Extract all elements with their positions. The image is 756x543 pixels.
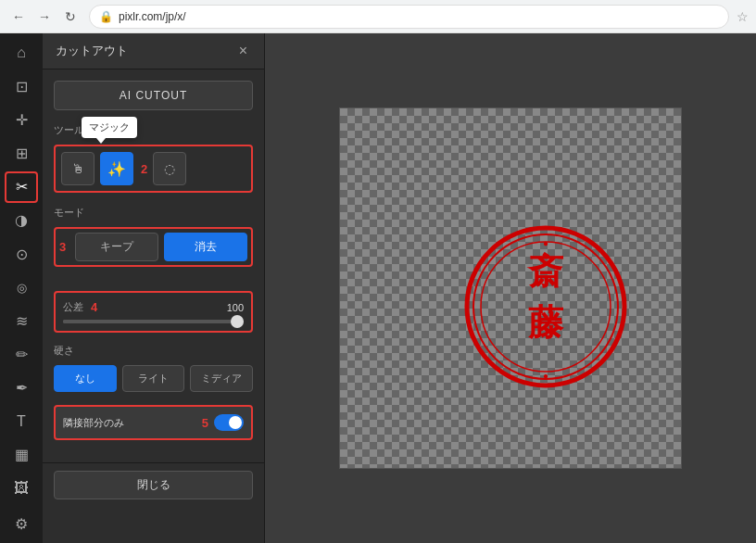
panel-title: カットアウト <box>56 43 128 59</box>
canvas-wrapper: 斎 藤 ● ● <box>339 107 682 469</box>
tool-number-2: 2 <box>141 162 147 176</box>
text-tool[interactable]: T <box>5 406 38 437</box>
adjacent-section: 隣接部分のみ 5 <box>54 405 253 440</box>
image-tool[interactable]: 🖼 <box>5 473 38 504</box>
mode-buttons-inner: 3 キープ 消去 <box>59 233 247 261</box>
mode-number-3: 3 <box>59 240 66 254</box>
tolerance-label: 公差 <box>63 300 83 314</box>
tolerance-slider-thumb[interactable] <box>231 315 244 328</box>
blur-tool[interactable]: ◎ <box>5 272 38 303</box>
hardness-label: 硬さ <box>54 344 253 358</box>
mode-section-label: モード <box>54 206 253 220</box>
move-tool[interactable]: ✛ <box>5 104 38 135</box>
stamp-image: 斎 藤 ● ● <box>458 214 634 399</box>
browser-chrome: ← → ↻ 🔒 pixlr.com/jp/x/ ☆ <box>0 0 756 33</box>
lasso-tool[interactable]: ◌ <box>153 152 186 185</box>
settings-tool[interactable]: ⚙ <box>5 508 38 539</box>
bookmark-icon: ☆ <box>737 9 749 24</box>
filter-tool[interactable]: ⊙ <box>5 238 38 270</box>
delete-mode-button[interactable]: 消去 <box>164 233 247 261</box>
hardness-none-button[interactable]: なし <box>54 365 117 392</box>
app-container: ⌂ ⊡ ✛ ⊞ ✂ ◑ ⊙ ◎ ≋ ✏ ✒ T ▦ 🖼 ⚙ カットアウト × A… <box>0 33 756 543</box>
adjust-tool[interactable]: ◑ <box>5 205 38 236</box>
home-tool[interactable]: ⌂ <box>5 37 38 69</box>
crop-tool[interactable]: ⊞ <box>5 137 38 169</box>
stamp-tool[interactable]: 🖱 <box>61 152 94 185</box>
hardness-section: 硬さ なし ライト ミディア <box>54 344 253 392</box>
adjacent-toggle[interactable] <box>214 414 244 431</box>
adjacent-controls: 5 <box>202 414 244 431</box>
forward-button[interactable]: → <box>33 6 56 28</box>
tools-row: マジック 🖱 ✨ 2 ◌ <box>54 145 253 193</box>
url-text: pixlr.com/jp/x/ <box>119 10 719 23</box>
pen-tool[interactable]: ✒ <box>5 372 38 403</box>
eyedropper-tool[interactable]: ✏ <box>5 338 38 370</box>
tolerance-box: 公差 4 100 <box>54 291 253 333</box>
panel-header: カットアウト × <box>43 33 264 69</box>
toggle-knob <box>229 416 242 429</box>
address-bar: 🔒 pixlr.com/jp/x/ <box>89 5 729 29</box>
adjacent-row: 隣接部分のみ 5 <box>54 405 253 440</box>
panel-body: AI CUTOUT ツール マジック 🖱 ✨ 2 ◌ モード 3 キープ 消去 <box>43 69 264 462</box>
pattern-tool[interactable]: ▦ <box>5 439 38 471</box>
ai-cutout-button[interactable]: AI CUTOUT <box>54 81 253 110</box>
keep-mode-button[interactable]: キープ <box>75 233 158 261</box>
canvas-area[interactable]: 斎 藤 ● ● <box>265 33 756 543</box>
tolerance-label-group: 公差 4 <box>63 300 97 314</box>
svg-text:●: ● <box>543 238 548 248</box>
mode-row: 3 キープ 消去 <box>54 227 253 278</box>
panel-footer: 閉じる <box>43 462 264 507</box>
tooltip-magic: マジック <box>82 117 137 138</box>
cutout-panel: カットアウト × AI CUTOUT ツール マジック 🖱 ✨ 2 ◌ モード <box>43 33 265 543</box>
tolerance-number-4: 4 <box>91 300 97 314</box>
hardness-medium-button[interactable]: ミディア <box>190 365 253 392</box>
tolerance-slider-fill <box>63 320 244 323</box>
tolerance-header: 公差 4 100 <box>63 300 244 314</box>
left-toolbar: ⌂ ⊡ ✛ ⊞ ✂ ◑ ⊙ ◎ ≋ ✏ ✒ T ▦ 🖼 ⚙ <box>0 33 43 543</box>
magic-wand-tool[interactable]: ✨ <box>100 152 133 185</box>
tolerance-slider-track <box>63 320 244 323</box>
adjacent-label: 隣接部分のみ <box>63 416 124 430</box>
tolerance-value: 100 <box>227 302 244 313</box>
scissors-tool[interactable]: ✂ <box>5 171 38 203</box>
hardness-row: なし ライト ミディア <box>54 365 253 392</box>
panel-close-button[interactable]: × <box>235 43 251 59</box>
svg-text:●: ● <box>543 371 548 381</box>
refresh-button[interactable]: ↻ <box>59 6 82 28</box>
back-button[interactable]: ← <box>7 6 30 28</box>
frame-tool[interactable]: ⊡ <box>5 70 38 102</box>
svg-text:藤: 藤 <box>528 303 564 342</box>
mode-box: 3 キープ 消去 <box>54 227 253 267</box>
waves-tool[interactable]: ≋ <box>5 305 38 336</box>
nav-buttons: ← → ↻ <box>7 6 82 28</box>
tolerance-slider-container <box>63 320 244 323</box>
adjacent-number-5: 5 <box>202 416 208 430</box>
hardness-light-button[interactable]: ライト <box>122 365 185 392</box>
close-panel-button[interactable]: 閉じる <box>54 471 253 499</box>
svg-text:斎: 斎 <box>526 251 564 291</box>
